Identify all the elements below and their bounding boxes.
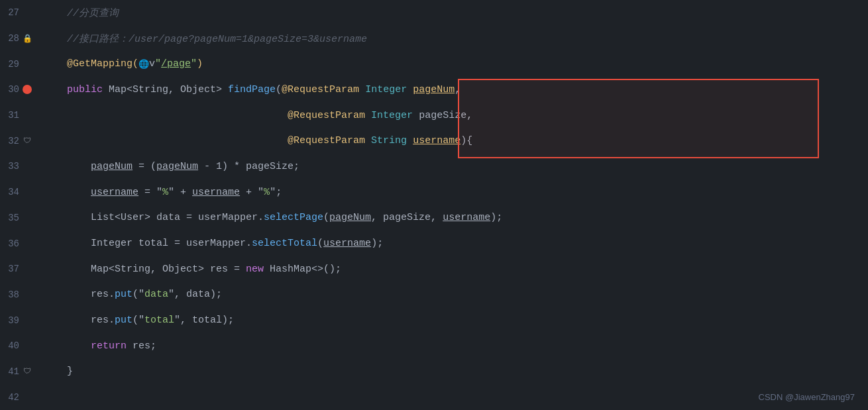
code-token: data	[144, 289, 168, 300]
gutter-icon-39	[22, 315, 32, 326]
code-token	[43, 187, 91, 198]
code-token: selectTotal	[252, 238, 317, 249]
line-number: 30	[5, 84, 19, 95]
code-token: username	[323, 238, 371, 249]
gutter-line-41: 41 🛡	[0, 359, 36, 385]
code-token: List<User> data = userMapper.	[43, 212, 264, 223]
line-number: 36	[5, 238, 19, 249]
code-token: pageSize,	[413, 110, 472, 121]
gutter-line-29: 29	[0, 51, 36, 77]
line-number: 31	[5, 110, 19, 121]
code-token: username	[443, 212, 490, 223]
gutter-icon-31	[22, 110, 32, 121]
code-token: //分页查询	[43, 7, 119, 19]
line-number: 29	[5, 59, 19, 70]
code-token: pageNum	[91, 161, 133, 172]
lock-icon: 🔒	[22, 33, 32, 44]
code-token: String	[371, 135, 407, 146]
gutter-line-40: 40	[0, 333, 36, 359]
code-token: selectPage	[264, 212, 323, 223]
code-token	[407, 135, 413, 146]
code-token: (	[317, 238, 323, 249]
gutter-line-34: 34	[0, 179, 36, 205]
code-token: HashMap<>();	[264, 264, 341, 275]
code-token: findPage	[228, 84, 276, 95]
code-token: ", total);	[174, 315, 234, 326]
code-line-39: res.put("total", total);	[43, 307, 868, 333]
code-line-30: public Map<String, Object> findPage(@Req…	[43, 77, 868, 103]
code-token: %	[162, 187, 168, 198]
code-token: + "	[240, 187, 264, 198]
code-token: res;	[127, 340, 156, 352]
code-line-35: List<User> data = userMapper.selectPage(…	[43, 205, 868, 231]
code-line-33: pageNum = (pageNum - 1) * pageSize;	[43, 154, 868, 179]
gutter-icon-42	[22, 392, 32, 403]
code-token	[407, 84, 413, 95]
code-line-38: res.put("data", data);	[43, 282, 868, 308]
editor: 27 28 🔒 29 30 31 32 🛡 33	[0, 0, 868, 410]
code-token: total	[144, 315, 174, 326]
code-token	[43, 340, 91, 352]
gutter-line-30: 30	[0, 77, 36, 103]
code-token: ";	[270, 187, 282, 198]
code-token: Integer	[371, 110, 413, 121]
code-line-27: //分页查询	[43, 0, 868, 26]
line-number: 40	[5, 340, 19, 351]
gutter-icon-38	[22, 289, 32, 300]
code-token: Integer	[365, 84, 407, 95]
gutter-icon-27	[22, 7, 32, 18]
line-number: 41	[5, 366, 19, 377]
code-token: ("	[133, 289, 144, 300]
code-line-28: //接口路径：/user/page?pageNum=1&pageSize=3&u…	[43, 26, 868, 52]
code-token: )	[197, 58, 203, 70]
code-token: }	[43, 366, 73, 377]
gutter-line-39: 39	[0, 307, 36, 333]
code-token: @RequestParam	[288, 135, 365, 146]
code-line-32: @RequestParam String username){	[43, 128, 868, 154]
line-number: 35	[5, 213, 19, 223]
code-token: @RequestParam	[282, 84, 359, 95]
code-token: Map<String, Object>	[103, 84, 228, 95]
code-token: pageNum	[156, 161, 198, 172]
shield-icon: 🛡	[22, 136, 32, 146]
line-number: 34	[5, 187, 19, 197]
code-token	[43, 84, 67, 95]
line-number: 27	[5, 7, 19, 18]
gutter-line-37: 37	[0, 256, 36, 282]
gutter-icon-40	[22, 340, 32, 351]
code-token: 🌐	[138, 59, 149, 70]
code-token: Integer total = userMapper.	[43, 238, 252, 249]
code-token: , pageSize,	[371, 212, 443, 223]
gutter-line-27: 27	[0, 0, 36, 26]
code-line-40: return res;	[43, 333, 868, 359]
code-token: username	[91, 187, 138, 198]
code-token	[359, 84, 365, 95]
gutter-line-35: 35	[0, 205, 36, 231]
code-token: ("	[133, 315, 144, 326]
gutter-line-36: 36	[0, 231, 36, 256]
code-token: username	[413, 135, 461, 146]
code-token	[43, 135, 288, 146]
code-token: pageNum	[413, 84, 455, 95]
line-number-gutter: 27 28 🔒 29 30 31 32 🛡 33	[0, 0, 36, 410]
code-token: = (	[133, 161, 156, 172]
code-token: (	[276, 84, 282, 95]
gutter-line-32: 32 🛡	[0, 128, 36, 154]
code-token: = "	[138, 187, 162, 198]
code-token: (	[323, 212, 329, 223]
code-token: ,	[455, 84, 461, 95]
code-token: res.	[43, 289, 115, 300]
code-token: " +	[168, 187, 192, 198]
line-number: 32	[5, 136, 19, 146]
gutter-line-33: 33	[0, 154, 36, 179]
code-token	[43, 110, 288, 121]
code-token: );	[371, 238, 383, 249]
code-token: ", data);	[168, 289, 222, 300]
code-token: new	[246, 264, 264, 275]
code-token: username	[192, 187, 240, 198]
code-line-31: @RequestParam Integer pageSize,	[43, 103, 868, 128]
gutter-line-31: 31	[0, 103, 36, 128]
gutter-icon-34	[22, 187, 32, 197]
code-token: v	[149, 58, 155, 70]
code-line-42	[43, 384, 868, 410]
